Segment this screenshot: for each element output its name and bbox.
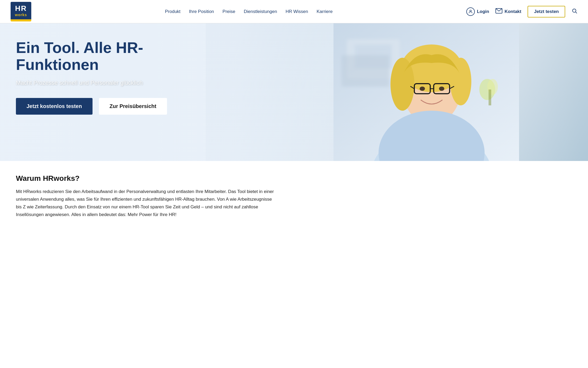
nav-item-ihre-position[interactable]: Ihre Position <box>189 9 214 14</box>
svg-line-3 <box>576 12 577 13</box>
logo-yellow-bar <box>11 19 31 21</box>
search-button[interactable] <box>572 8 577 15</box>
svg-rect-10 <box>489 89 491 105</box>
hero-buttons: Jetzt kostenlos testen Zur Preisübersich… <box>16 98 186 115</box>
hero-section: Ein Tool. Alle HR-Funktionen Macht Proze… <box>0 23 588 161</box>
kontakt-label: Kontakt <box>504 9 521 14</box>
hero-title: Ein Tool. Alle HR-Funktionen <box>16 39 186 73</box>
login-link[interactable]: Login <box>466 7 489 16</box>
hero-image <box>265 23 588 161</box>
hero-content: Ein Tool. Alle HR-Funktionen Macht Proze… <box>0 23 186 115</box>
nav-item-preise[interactable]: Preise <box>222 9 235 14</box>
nav-item-hr-wissen[interactable]: HR Wissen <box>286 9 308 14</box>
why-heading: Warum HRworks? <box>16 174 276 183</box>
why-body: Mit HRworks reduzieren Sie den Arbeitsau… <box>16 188 276 219</box>
jetzt-testen-button[interactable]: Jetzt testen <box>528 6 565 17</box>
svg-point-23 <box>439 87 444 91</box>
hero-cta-secondary[interactable]: Zur Preisübersicht <box>99 98 167 115</box>
svg-point-0 <box>470 10 471 12</box>
header-right: Login Kontakt Jetzt testen <box>466 6 577 17</box>
hero-cta-primary[interactable]: Jetzt kostenlos testen <box>16 98 93 115</box>
site-header: HR works Produkt Ihre Position Preise Di… <box>0 0 588 23</box>
why-section: Warum HRworks? Mit HRworks reduzieren Si… <box>0 161 588 232</box>
nav-item-produkt[interactable]: Produkt <box>165 9 181 14</box>
svg-rect-7 <box>341 55 389 87</box>
nav-item-karriere[interactable]: Karriere <box>317 9 332 14</box>
user-icon <box>466 7 475 16</box>
nav-item-dienstleistungen[interactable]: Dienstleistungen <box>244 9 277 14</box>
search-icon <box>572 8 577 14</box>
svg-point-22 <box>420 87 425 91</box>
mail-icon <box>495 8 502 15</box>
logo-hr-text: HR <box>15 5 27 12</box>
hero-subtitle: Macht Prozesse schnell und Personaler gl… <box>16 79 186 86</box>
kontakt-link[interactable]: Kontakt <box>495 8 521 15</box>
login-label: Login <box>477 9 489 14</box>
logo-works-text: works <box>15 13 27 17</box>
svg-point-2 <box>573 9 576 12</box>
logo[interactable]: HR works <box>11 2 31 21</box>
main-nav: Produkt Ihre Position Preise Dienstleist… <box>165 9 332 14</box>
